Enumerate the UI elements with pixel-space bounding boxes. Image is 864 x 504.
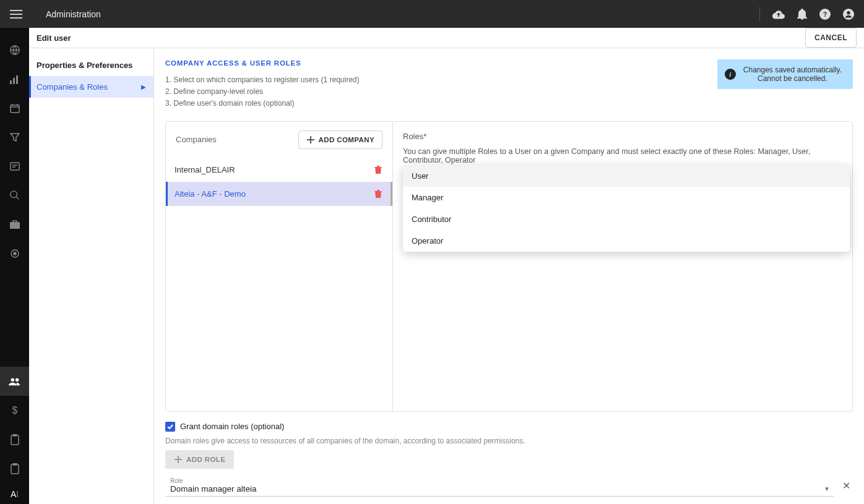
nav-globe-icon[interactable] xyxy=(0,35,29,64)
svg-point-13 xyxy=(14,252,16,255)
company-name: Alteia - A&F - Demo xyxy=(175,189,246,199)
nav-briefcase-icon[interactable] xyxy=(0,210,29,239)
upload-cloud-icon[interactable] xyxy=(772,9,785,19)
chevron-right-icon: ▶ xyxy=(141,83,146,90)
notice-line2: Cannot be cancelled. xyxy=(743,74,842,83)
svg-rect-17 xyxy=(11,435,19,445)
company-name: Internal_DELAIR xyxy=(175,165,235,174)
chevron-down-icon: ▼ xyxy=(824,485,834,492)
roles-panel: Roles* You can give multiple Roles to a … xyxy=(393,122,852,411)
nav-chip-icon[interactable] xyxy=(0,239,29,268)
svg-rect-6 xyxy=(13,78,15,84)
domain-role-label: Role xyxy=(170,477,834,484)
sidebar-item-label: Companies & Roles xyxy=(37,82,108,92)
left-panel: Properties & Preferences Companies & Rol… xyxy=(29,48,154,504)
nav-filter-icon[interactable] xyxy=(0,122,29,152)
add-company-button[interactable]: ADD COMPANY xyxy=(298,130,382,149)
separator xyxy=(759,7,760,22)
grant-domain-roles-checkbox[interactable] xyxy=(165,422,175,432)
nav-note-icon[interactable] xyxy=(0,152,29,181)
companies-panel: Companies ADD COMPANY Internal_DELAIR xyxy=(166,122,393,411)
svg-text:?: ? xyxy=(823,10,827,17)
dropdown-option-manager[interactable]: Manager xyxy=(403,187,850,208)
add-role-button[interactable]: ADD ROLE xyxy=(165,450,234,469)
logo: AI xyxy=(11,489,19,499)
main-content: i Changes saved automatically. Cannot be… xyxy=(154,48,864,504)
help-icon[interactable]: ? xyxy=(819,9,831,20)
nav-clipboard-icon[interactable] xyxy=(0,425,29,454)
svg-point-10 xyxy=(10,190,17,197)
info-icon: i xyxy=(725,69,736,80)
dropdown-option-operator[interactable]: Operator xyxy=(403,230,850,252)
nav-clipboard2-icon[interactable] xyxy=(0,454,29,483)
dropdown-option-contributor[interactable]: Contributor xyxy=(403,208,850,230)
checkbox-label: Grant domain roles (optional) xyxy=(180,422,284,431)
dropdown-option-user[interactable]: User xyxy=(403,165,850,187)
account-icon[interactable] xyxy=(843,9,854,20)
left-nav: $ AI xyxy=(0,28,29,504)
domain-role-select[interactable]: Role Domain manager alteia ▼ xyxy=(165,475,834,497)
domain-description: Domain roles give access to ressources o… xyxy=(165,437,853,445)
nav-search-globe-icon[interactable] xyxy=(0,181,29,210)
svg-rect-11 xyxy=(10,222,20,229)
sidebar-item-companies-roles[interactable]: Companies & Roles ▶ xyxy=(29,76,153,98)
notice-line1: Changes saved automatically. xyxy=(743,66,842,74)
nav-dollar-icon[interactable]: $ xyxy=(0,396,29,425)
company-row[interactable]: Internal_DELAIR xyxy=(166,158,392,182)
nav-calendar-icon[interactable] xyxy=(0,93,29,122)
trash-icon[interactable] xyxy=(374,189,382,198)
nav-users-icon[interactable] xyxy=(0,367,29,396)
svg-rect-8 xyxy=(11,105,19,113)
svg-rect-5 xyxy=(10,80,12,84)
nav-chart-icon[interactable] xyxy=(0,64,29,93)
svg-rect-19 xyxy=(11,464,19,474)
domain-role-value: Domain manager alteia xyxy=(170,484,257,493)
notice-banner: i Changes saved automatically. Cannot be… xyxy=(717,59,853,89)
remove-role-icon[interactable]: ✕ xyxy=(840,477,853,494)
svg-point-15 xyxy=(15,378,18,381)
role-dropdown: User Manager Contributor Operator xyxy=(403,165,850,252)
plus-icon xyxy=(306,135,315,144)
hamburger-menu-icon[interactable] xyxy=(10,10,22,19)
svg-text:$: $ xyxy=(12,405,17,416)
svg-point-14 xyxy=(11,378,14,381)
roles-description: You can give multiple Roles to a User on… xyxy=(403,147,842,164)
topbar: Administration ? xyxy=(0,0,864,28)
bell-icon[interactable] xyxy=(797,9,807,20)
svg-rect-20 xyxy=(13,463,17,465)
svg-rect-18 xyxy=(13,434,17,436)
svg-point-3 xyxy=(847,11,850,14)
svg-rect-7 xyxy=(16,75,18,84)
roles-title: Roles* xyxy=(403,132,842,141)
company-row[interactable]: Alteia - A&F - Demo xyxy=(166,182,392,206)
topbar-title: Administration xyxy=(46,9,101,19)
page-title: Edit user xyxy=(37,33,71,43)
domain-roles-section: Grant domain roles (optional) Domain rol… xyxy=(165,422,853,497)
companies-title: Companies xyxy=(176,135,217,144)
trash-icon[interactable] xyxy=(374,165,382,174)
cancel-button[interactable]: CANCEL xyxy=(805,28,857,48)
sidebar-item-properties[interactable]: Properties & Preferences xyxy=(29,54,153,76)
plus-icon xyxy=(174,455,183,464)
svg-rect-9 xyxy=(11,163,19,170)
subheader: Edit user CANCEL xyxy=(29,28,864,48)
